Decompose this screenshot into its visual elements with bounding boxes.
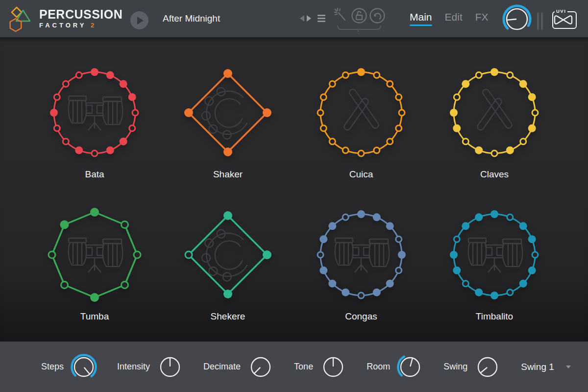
step-dot-off[interactable] [374, 147, 380, 153]
step-dot-on[interactable] [490, 292, 498, 299]
step-dot-off[interactable] [358, 150, 364, 156]
pad-timbalito[interactable]: Timbalito [428, 200, 561, 342]
intensity-knob[interactable] [156, 353, 184, 381]
step-dot-on[interactable] [60, 220, 69, 229]
lock-icon[interactable] [352, 9, 367, 23]
step-dot-on[interactable] [475, 213, 483, 221]
step-dot-on[interactable] [357, 210, 365, 218]
step-dot-on[interactable] [490, 68, 498, 76]
step-dot-off[interactable] [54, 94, 60, 100]
step-dot-on[interactable] [263, 108, 271, 117]
step-dot-off[interactable] [63, 81, 69, 87]
step-dot-on[interactable] [462, 222, 469, 230]
master-volume-knob[interactable] [502, 4, 532, 36]
step-dot-on[interactable] [398, 251, 406, 259]
step-dot-on[interactable] [328, 280, 336, 288]
step-ring[interactable] [173, 58, 283, 168]
step-dot-on[interactable] [490, 210, 498, 218]
swing-knob[interactable] [474, 353, 501, 381]
step-dot-on[interactable] [319, 235, 327, 243]
step-dot-on[interactable] [386, 280, 394, 288]
step-dot-off[interactable] [454, 94, 460, 100]
step-dot-on[interactable] [528, 124, 536, 132]
step-dot-off[interactable] [54, 125, 60, 131]
step-dot-on[interactable] [373, 289, 381, 296]
step-dot-on[interactable] [450, 251, 458, 259]
step-dot-on[interactable] [263, 250, 271, 259]
step-dot-off[interactable] [49, 251, 55, 258]
step-dot-off[interactable] [320, 94, 326, 100]
step-dot-off[interactable] [507, 214, 513, 220]
step-dot-on[interactable] [106, 71, 114, 79]
pad-shaker[interactable]: Shaker [161, 58, 294, 200]
step-dot-off[interactable] [358, 293, 364, 298]
step-dot-off[interactable] [507, 290, 513, 295]
step-dot-off[interactable] [399, 110, 405, 116]
step-dot-off[interactable] [134, 251, 141, 258]
step-dot-off[interactable] [129, 125, 135, 131]
step-ring[interactable] [173, 200, 283, 310]
step-dot-off[interactable] [76, 72, 82, 78]
step-dot-off[interactable] [63, 139, 69, 145]
preset-name[interactable]: After Midnight [163, 0, 220, 37]
step-dot-on[interactable] [223, 211, 232, 220]
step-dot-on[interactable] [319, 267, 327, 274]
step-dot-on[interactable] [453, 267, 461, 274]
step-dot-off[interactable] [318, 110, 323, 116]
step-dot-off[interactable] [396, 94, 402, 100]
step-dot-on[interactable] [386, 222, 394, 230]
step-dot-off[interactable] [343, 214, 348, 220]
pad-claves[interactable]: Claves [428, 58, 561, 200]
step-dot-off[interactable] [463, 281, 468, 287]
step-dot-off[interactable] [122, 221, 128, 228]
step-dot-on[interactable] [373, 213, 381, 221]
step-dot-off[interactable] [520, 139, 526, 145]
step-dot-off[interactable] [329, 139, 335, 145]
decimate-knob[interactable] [247, 353, 274, 381]
tab-main[interactable]: Main [410, 11, 432, 26]
step-dot-on[interactable] [519, 280, 527, 288]
step-dot-off[interactable] [532, 110, 538, 116]
preset-list-icon[interactable] [318, 15, 325, 22]
randomize-wand-icon[interactable] [335, 8, 345, 20]
tab-edit[interactable]: Edit [445, 11, 463, 26]
step-dot-off[interactable] [491, 150, 497, 156]
step-ring[interactable] [40, 200, 149, 310]
play-button[interactable] [130, 11, 148, 29]
step-ring[interactable] [440, 200, 549, 310]
step-dot-off[interactable] [463, 139, 468, 145]
step-dot-on[interactable] [128, 93, 136, 101]
room-knob[interactable] [396, 353, 424, 381]
step-dot-on[interactable] [106, 147, 114, 154]
step-dot-on[interactable] [91, 68, 98, 76]
step-dot-on[interactable] [506, 147, 514, 154]
steps-knob[interactable] [70, 353, 98, 381]
step-dot-on[interactable] [519, 80, 527, 88]
undo-icon[interactable] [370, 9, 385, 23]
step-dot-on[interactable] [528, 267, 536, 274]
step-dot-off[interactable] [454, 236, 460, 242]
step-dot-on[interactable] [120, 80, 127, 88]
tone-knob[interactable] [319, 353, 347, 381]
pad-bata[interactable]: Bata [28, 58, 161, 200]
step-dot-on[interactable] [450, 109, 458, 117]
step-dot-on[interactable] [453, 124, 461, 132]
step-dot-on[interactable] [223, 69, 232, 78]
step-dot-off[interactable] [396, 268, 402, 273]
step-dot-on[interactable] [75, 147, 83, 154]
step-dot-off[interactable] [329, 81, 335, 87]
step-dot-off[interactable] [92, 150, 98, 156]
swing-select[interactable]: Swing 1 [521, 362, 571, 372]
step-dot-on[interactable] [90, 293, 99, 302]
uvi-brand-logo[interactable]: UVI [552, 11, 577, 29]
step-dot-on[interactable] [342, 289, 349, 296]
prev-preset-icon[interactable] [299, 15, 305, 22]
step-dot-off[interactable] [532, 252, 538, 258]
step-dot-on[interactable] [475, 289, 483, 296]
step-ring[interactable] [306, 200, 416, 310]
step-dot-off[interactable] [61, 282, 68, 289]
pad-cuica[interactable]: Cuica [294, 58, 428, 200]
step-dot-on[interactable] [328, 222, 336, 230]
step-dot-off[interactable] [185, 251, 192, 258]
step-ring[interactable] [40, 58, 149, 168]
